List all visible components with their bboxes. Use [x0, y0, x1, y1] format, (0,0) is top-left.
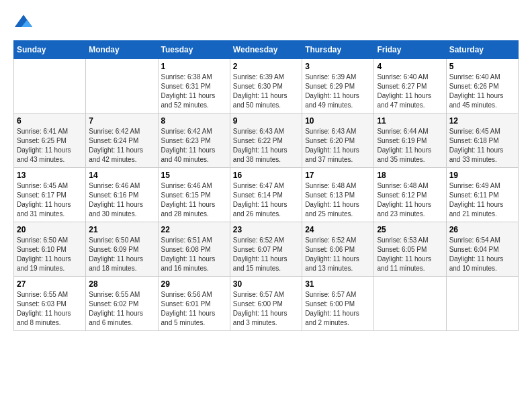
- day-number: 20: [17, 225, 83, 234]
- day-header-saturday: Saturday: [446, 41, 518, 59]
- day-cell: 25Sunrise: 6:53 AM Sunset: 6:05 PM Dayli…: [374, 222, 446, 277]
- day-number: 19: [449, 171, 515, 180]
- week-row-1: 1Sunrise: 6:38 AM Sunset: 6:31 PM Daylig…: [14, 59, 519, 113]
- day-number: 4: [377, 62, 443, 71]
- day-detail: Sunrise: 6:55 AM Sunset: 6:03 PM Dayligh…: [17, 290, 83, 328]
- day-cell: 6Sunrise: 6:41 AM Sunset: 6:25 PM Daylig…: [14, 113, 86, 168]
- week-row-5: 27Sunrise: 6:55 AM Sunset: 6:03 PM Dayli…: [14, 277, 519, 331]
- day-cell: [374, 277, 446, 331]
- day-cell: 11Sunrise: 6:44 AM Sunset: 6:19 PM Dayli…: [374, 113, 446, 168]
- day-detail: Sunrise: 6:46 AM Sunset: 6:15 PM Dayligh…: [161, 181, 227, 219]
- day-cell: 14Sunrise: 6:46 AM Sunset: 6:16 PM Dayli…: [86, 168, 158, 222]
- day-cell: 26Sunrise: 6:54 AM Sunset: 6:04 PM Dayli…: [446, 222, 518, 277]
- day-detail: Sunrise: 6:42 AM Sunset: 6:24 PM Dayligh…: [89, 127, 154, 165]
- week-row-2: 6Sunrise: 6:41 AM Sunset: 6:25 PM Daylig…: [14, 113, 519, 168]
- day-number: 15: [161, 171, 227, 180]
- day-cell: 16Sunrise: 6:47 AM Sunset: 6:14 PM Dayli…: [230, 168, 302, 222]
- day-cell: [86, 59, 158, 113]
- day-cell: [446, 277, 518, 331]
- day-header-thursday: Thursday: [302, 41, 374, 59]
- day-number: 27: [17, 279, 83, 289]
- days-header-row: SundayMondayTuesdayWednesdayThursdayFrid…: [14, 41, 519, 59]
- day-number: 30: [233, 279, 299, 289]
- day-cell: 30Sunrise: 6:57 AM Sunset: 6:00 PM Dayli…: [230, 277, 302, 331]
- day-cell: 4Sunrise: 6:40 AM Sunset: 6:27 PM Daylig…: [374, 59, 446, 113]
- day-cell: 13Sunrise: 6:45 AM Sunset: 6:17 PM Dayli…: [14, 168, 86, 222]
- day-cell: 10Sunrise: 6:43 AM Sunset: 6:20 PM Dayli…: [302, 113, 374, 168]
- day-number: 3: [305, 62, 371, 71]
- calendar-body: 1Sunrise: 6:38 AM Sunset: 6:31 PM Daylig…: [14, 59, 519, 331]
- day-detail: Sunrise: 6:53 AM Sunset: 6:05 PM Dayligh…: [377, 236, 443, 273]
- day-number: 24: [305, 225, 371, 234]
- day-cell: 12Sunrise: 6:45 AM Sunset: 6:18 PM Dayli…: [446, 113, 518, 168]
- day-number: 13: [17, 171, 83, 180]
- day-number: 31: [305, 279, 371, 289]
- day-detail: Sunrise: 6:56 AM Sunset: 6:01 PM Dayligh…: [161, 290, 227, 328]
- day-detail: Sunrise: 6:43 AM Sunset: 6:22 PM Dayligh…: [233, 127, 299, 165]
- day-detail: Sunrise: 6:43 AM Sunset: 6:20 PM Dayligh…: [305, 127, 371, 165]
- day-number: 10: [305, 116, 371, 126]
- day-cell: 7Sunrise: 6:42 AM Sunset: 6:24 PM Daylig…: [86, 113, 158, 168]
- page-header: [13, 13, 519, 34]
- day-detail: Sunrise: 6:57 AM Sunset: 6:00 PM Dayligh…: [233, 290, 299, 328]
- day-cell: 19Sunrise: 6:49 AM Sunset: 6:11 PM Dayli…: [446, 168, 518, 222]
- day-detail: Sunrise: 6:45 AM Sunset: 6:17 PM Dayligh…: [17, 181, 83, 219]
- day-detail: Sunrise: 6:48 AM Sunset: 6:12 PM Dayligh…: [377, 181, 443, 219]
- day-detail: Sunrise: 6:52 AM Sunset: 6:07 PM Dayligh…: [233, 236, 299, 273]
- day-detail: Sunrise: 6:47 AM Sunset: 6:14 PM Dayligh…: [233, 181, 299, 219]
- day-detail: Sunrise: 6:51 AM Sunset: 6:08 PM Dayligh…: [161, 236, 227, 273]
- day-detail: Sunrise: 6:48 AM Sunset: 6:13 PM Dayligh…: [305, 181, 371, 219]
- day-cell: 29Sunrise: 6:56 AM Sunset: 6:01 PM Dayli…: [158, 277, 230, 331]
- day-cell: 18Sunrise: 6:48 AM Sunset: 6:12 PM Dayli…: [374, 168, 446, 222]
- day-detail: Sunrise: 6:40 AM Sunset: 6:27 PM Dayligh…: [377, 73, 443, 110]
- logo-icon: [13, 13, 34, 34]
- day-detail: Sunrise: 6:39 AM Sunset: 6:30 PM Dayligh…: [233, 73, 299, 110]
- day-number: 14: [89, 171, 154, 180]
- day-number: 22: [161, 225, 227, 234]
- day-number: 25: [377, 225, 443, 234]
- day-header-wednesday: Wednesday: [230, 41, 302, 59]
- day-header-tuesday: Tuesday: [158, 41, 230, 59]
- day-number: 29: [161, 279, 227, 289]
- day-detail: Sunrise: 6:46 AM Sunset: 6:16 PM Dayligh…: [89, 181, 154, 219]
- day-cell: 21Sunrise: 6:50 AM Sunset: 6:09 PM Dayli…: [86, 222, 158, 277]
- day-number: 5: [449, 62, 515, 71]
- day-cell: 31Sunrise: 6:57 AM Sunset: 6:00 PM Dayli…: [302, 277, 374, 331]
- day-cell: 17Sunrise: 6:48 AM Sunset: 6:13 PM Dayli…: [302, 168, 374, 222]
- day-detail: Sunrise: 6:41 AM Sunset: 6:25 PM Dayligh…: [17, 127, 83, 165]
- day-cell: 3Sunrise: 6:39 AM Sunset: 6:29 PM Daylig…: [302, 59, 374, 113]
- calendar-table: SundayMondayTuesdayWednesdayThursdayFrid…: [13, 40, 519, 331]
- day-detail: Sunrise: 6:45 AM Sunset: 6:18 PM Dayligh…: [449, 127, 515, 165]
- day-cell: 15Sunrise: 6:46 AM Sunset: 6:15 PM Dayli…: [158, 168, 230, 222]
- day-number: 8: [161, 116, 227, 126]
- day-cell: 5Sunrise: 6:40 AM Sunset: 6:26 PM Daylig…: [446, 59, 518, 113]
- week-row-3: 13Sunrise: 6:45 AM Sunset: 6:17 PM Dayli…: [14, 168, 519, 222]
- day-header-friday: Friday: [374, 41, 446, 59]
- day-number: 18: [377, 171, 443, 180]
- day-number: 28: [89, 279, 154, 289]
- day-cell: 23Sunrise: 6:52 AM Sunset: 6:07 PM Dayli…: [230, 222, 302, 277]
- day-detail: Sunrise: 6:40 AM Sunset: 6:26 PM Dayligh…: [449, 73, 515, 110]
- day-detail: Sunrise: 6:50 AM Sunset: 6:10 PM Dayligh…: [17, 236, 83, 273]
- day-detail: Sunrise: 6:38 AM Sunset: 6:31 PM Dayligh…: [161, 73, 227, 110]
- day-detail: Sunrise: 6:57 AM Sunset: 6:00 PM Dayligh…: [305, 290, 371, 328]
- day-number: 17: [305, 171, 371, 180]
- logo: [13, 13, 36, 34]
- day-number: 12: [449, 116, 515, 126]
- day-cell: 9Sunrise: 6:43 AM Sunset: 6:22 PM Daylig…: [230, 113, 302, 168]
- day-cell: [14, 59, 86, 113]
- day-header-sunday: Sunday: [14, 41, 86, 59]
- day-number: 23: [233, 225, 299, 234]
- day-cell: 1Sunrise: 6:38 AM Sunset: 6:31 PM Daylig…: [158, 59, 230, 113]
- day-cell: 22Sunrise: 6:51 AM Sunset: 6:08 PM Dayli…: [158, 222, 230, 277]
- day-number: 21: [89, 225, 154, 234]
- calendar-header: SundayMondayTuesdayWednesdayThursdayFrid…: [14, 41, 519, 59]
- day-cell: 28Sunrise: 6:55 AM Sunset: 6:02 PM Dayli…: [86, 277, 158, 331]
- day-detail: Sunrise: 6:49 AM Sunset: 6:11 PM Dayligh…: [449, 181, 515, 219]
- day-cell: 24Sunrise: 6:52 AM Sunset: 6:06 PM Dayli…: [302, 222, 374, 277]
- day-cell: 2Sunrise: 6:39 AM Sunset: 6:30 PM Daylig…: [230, 59, 302, 113]
- day-number: 1: [161, 62, 227, 71]
- day-detail: Sunrise: 6:50 AM Sunset: 6:09 PM Dayligh…: [89, 236, 154, 273]
- day-header-monday: Monday: [86, 41, 158, 59]
- day-number: 26: [449, 225, 515, 234]
